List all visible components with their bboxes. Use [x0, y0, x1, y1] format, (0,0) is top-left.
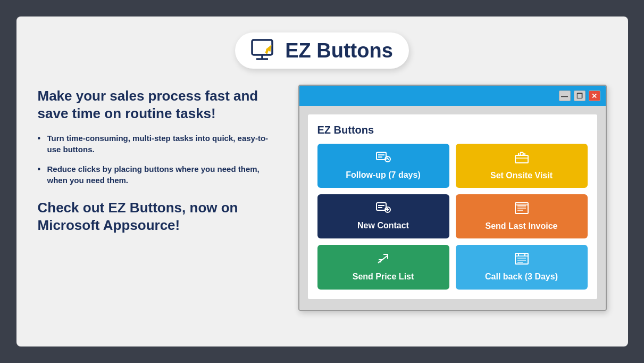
content-row: Make your sales process fast and save ti… — [38, 85, 607, 311]
logo-area: EZ Buttons — [235, 32, 409, 69]
follow-up-icon — [376, 152, 391, 167]
follow-up-button[interactable]: Follow-up (7 days) — [317, 144, 449, 188]
close-button[interactable]: ✕ — [589, 90, 600, 101]
main-card: EZ Buttons Make your sales process fast … — [16, 16, 628, 346]
send-last-invoice-button[interactable]: Send Last Invoice — [456, 194, 588, 238]
bullet-item-2: Reduce clicks by placing buttons where y… — [38, 163, 277, 186]
headline: Make your sales process fast and save ti… — [38, 87, 277, 122]
left-text: Make your sales process fast and save ti… — [38, 85, 277, 234]
svg-marker-3 — [265, 45, 271, 54]
call-back-button[interactable]: Call back (3 Days) — [456, 245, 588, 289]
call-back-label: Call back (3 Days) — [485, 271, 558, 282]
window-body: EZ Buttons — [299, 106, 606, 310]
bullet-list: Turn time-consuming, multi-step tasks in… — [38, 133, 277, 186]
bullet-item-1: Turn time-consuming, multi-step tasks in… — [38, 133, 277, 155]
send-price-list-icon — [376, 252, 391, 268]
window-inner-title: EZ Buttons — [317, 124, 588, 136]
new-contact-button[interactable]: New Contact — [317, 194, 449, 238]
window-inner: EZ Buttons — [308, 114, 597, 299]
window-frame: — ❐ ✕ EZ Buttons — [298, 85, 607, 311]
minimize-button[interactable]: — — [559, 90, 571, 101]
send-price-list-label: Send Price List — [353, 271, 414, 282]
logo-pill: EZ Buttons — [235, 32, 409, 69]
logo-icon — [251, 38, 279, 63]
buttons-grid: Follow-up (7 days) — [317, 144, 588, 290]
send-last-invoice-icon — [514, 202, 529, 218]
restore-button[interactable]: ❐ — [574, 90, 586, 101]
set-onsite-button[interactable]: Set Onsite Visit — [456, 144, 588, 188]
call-back-icon — [514, 252, 529, 268]
cta-text: Check out EZ Buttons, now on Microsoft A… — [38, 199, 277, 234]
follow-up-label: Follow-up (7 days) — [346, 170, 420, 180]
new-contact-label: New Contact — [357, 220, 409, 230]
send-last-invoice-label: Send Last Invoice — [485, 221, 557, 231]
new-contact-icon — [376, 202, 391, 217]
set-onsite-icon — [514, 151, 529, 167]
svg-rect-10 — [515, 155, 528, 163]
set-onsite-label: Set Onsite Visit — [490, 170, 553, 180]
logo-title: EZ Buttons — [285, 39, 393, 62]
window-titlebar: — ❐ ✕ — [299, 86, 606, 106]
send-price-list-button[interactable]: Send Price List — [317, 245, 449, 289]
